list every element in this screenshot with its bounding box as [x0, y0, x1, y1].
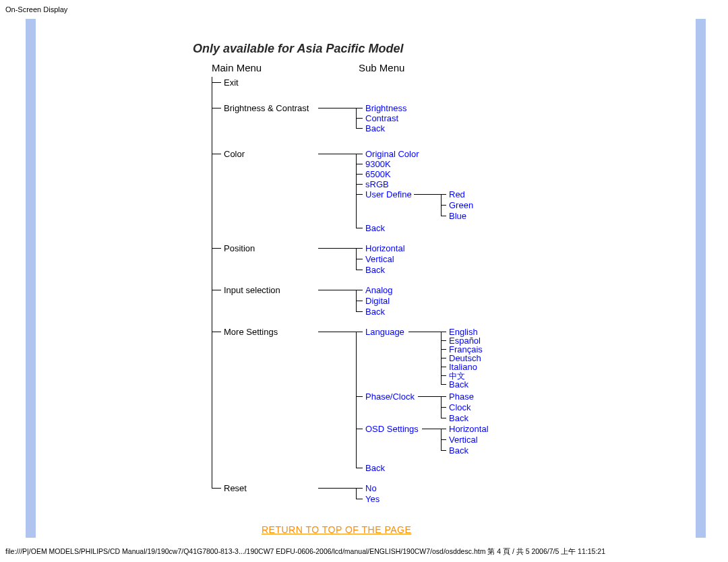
section-heading: Only available for Asia Pacific Model	[193, 42, 403, 56]
tree-line	[318, 290, 356, 290]
third-back-osd: Back	[449, 445, 468, 456]
third-blue: Blue	[449, 211, 466, 221]
sub-digital: Digital	[365, 296, 390, 306]
sub-menu-header: Sub Menu	[359, 62, 404, 73]
tree-line	[414, 194, 441, 195]
tree-line	[356, 488, 363, 489]
tree-line	[356, 311, 363, 312]
sub-back-3: Back	[365, 265, 385, 275]
tree-line	[356, 248, 363, 249]
tree-line	[356, 290, 363, 290]
tree-line	[318, 488, 356, 489]
tree-line	[441, 429, 446, 429]
tree-line	[212, 77, 212, 488]
tree-line	[212, 488, 221, 489]
footer-path: file:///P|/OEM MODELS/PHILIPS/CD Manual/…	[5, 547, 605, 557]
tree-line	[441, 358, 446, 358]
sub-vertical: Vertical	[365, 254, 394, 264]
third-green: Green	[449, 200, 473, 210]
tree-line	[356, 270, 363, 270]
tree-line	[356, 429, 363, 429]
page-content: Only available for Asia Pacific Model Ma…	[40, 19, 580, 538]
sub-osd-settings: OSD Settings	[365, 424, 419, 434]
sub-back-4: Back	[365, 307, 385, 317]
tree-line	[212, 82, 221, 83]
tree-line	[441, 332, 446, 332]
tree-line	[318, 332, 356, 332]
tree-line	[422, 429, 441, 429]
tree-line	[212, 154, 221, 154]
right-margin-band	[696, 19, 706, 538]
sub-back-2: Back	[365, 223, 385, 233]
tree-line	[212, 108, 221, 108]
sub-original-color: Original Color	[365, 149, 419, 159]
sub-no: No	[365, 483, 377, 493]
tree-line	[356, 154, 357, 228]
tree-line	[356, 468, 363, 468]
main-menu-header: Main Menu	[212, 62, 262, 73]
tree-line	[441, 418, 446, 418]
menu-exit: Exit	[224, 77, 239, 88]
tree-line	[418, 396, 441, 397]
sub-contrast: Contrast	[365, 113, 398, 123]
sub-back-5: Back	[365, 463, 385, 473]
left-margin-band	[26, 19, 36, 538]
third-vertical: Vertical	[449, 435, 478, 445]
third-clock: Clock	[449, 402, 471, 412]
menu-input-selection: Input selection	[224, 285, 280, 295]
tree-line	[356, 184, 363, 185]
sub-srgb: sRGB	[365, 179, 389, 189]
third-red: Red	[449, 189, 465, 199]
sub-language: Language	[365, 327, 404, 337]
menu-position: Position	[224, 243, 255, 253]
tree-line	[212, 332, 221, 332]
third-back-pc: Back	[449, 413, 468, 423]
sub-horizontal: Horizontal	[365, 243, 405, 253]
tree-line	[356, 118, 363, 119]
tree-line	[441, 340, 446, 341]
return-to-top-link[interactable]: RETURN TO TOP OF THE PAGE	[262, 524, 411, 535]
tree-line	[356, 332, 357, 468]
tree-line	[441, 349, 446, 350]
sub-analog: Analog	[365, 285, 392, 295]
tree-line	[441, 205, 446, 206]
tree-line	[356, 488, 357, 499]
tree-line	[441, 450, 446, 451]
tree-line	[441, 375, 446, 376]
tree-line	[318, 108, 356, 108]
sub-user-define: User Define	[365, 189, 412, 199]
tree-line	[356, 228, 363, 228]
tree-line	[212, 290, 221, 290]
tree-line	[441, 439, 446, 440]
menu-reset: Reset	[224, 483, 247, 493]
tree-line	[356, 128, 363, 129]
menu-more-settings: More Settings	[224, 327, 278, 337]
tree-line	[441, 367, 446, 367]
menu-color: Color	[224, 149, 245, 159]
third-horizontal: Horizontal	[449, 424, 489, 434]
tree-line	[212, 248, 221, 249]
tree-line	[356, 259, 363, 259]
tree-line	[356, 164, 363, 164]
sub-phase-clock: Phase/Clock	[365, 392, 415, 402]
tree-line	[356, 332, 363, 332]
menu-brightness-contrast: Brightness & Contrast	[224, 103, 309, 113]
sub-back-1: Back	[365, 123, 385, 133]
tree-line	[356, 154, 363, 154]
tree-line	[356, 174, 363, 175]
tree-line	[356, 396, 363, 397]
tree-line	[356, 301, 363, 301]
sub-6500k: 6500K	[365, 169, 391, 179]
sub-brightness: Brightness	[365, 103, 406, 113]
tree-line	[318, 248, 356, 249]
third-phase: Phase	[449, 392, 474, 402]
tree-line	[441, 396, 446, 397]
tree-line	[441, 216, 446, 216]
page-title: On-Screen Display	[5, 5, 67, 13]
tree-line	[441, 407, 446, 408]
tree-line	[408, 332, 441, 332]
tree-line	[318, 154, 356, 154]
sub-yes: Yes	[365, 494, 380, 504]
tree-line	[441, 194, 446, 195]
tree-line	[356, 499, 363, 499]
